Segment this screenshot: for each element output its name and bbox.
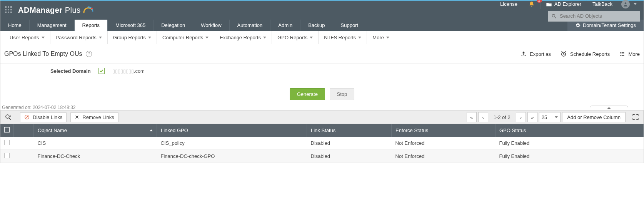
select-all-header[interactable] — [0, 124, 14, 137]
nav-backup[interactable]: Backup — [300, 20, 333, 31]
subnav-exchange-reports[interactable]: Exchange Reports — [214, 31, 272, 44]
subnav-ntfs-reports[interactable]: NTFS Reports — [319, 31, 367, 44]
export-as-button[interactable]: Export as — [521, 51, 551, 57]
domain-tenant-settings[interactable]: Domain/Tenant Settings — [567, 20, 644, 31]
svg-point-0 — [91, 7, 93, 9]
collapse-handle[interactable] — [590, 106, 628, 110]
page-last-button[interactable]: » — [527, 112, 537, 122]
user-menu[interactable] — [618, 0, 640, 9]
ad-explorer-link[interactable]: AD Explorer — [540, 0, 587, 9]
row-checkbox[interactable] — [4, 153, 10, 158]
nav-secondary: User Reports Password Reports Group Repo… — [0, 31, 644, 44]
cell-status: Fully Enabled — [496, 137, 644, 150]
disable-links-button[interactable]: Disable Links — [20, 112, 67, 122]
svg-point-1 — [625, 2, 627, 4]
subnav-gpo-reports[interactable]: GPO Reports — [272, 31, 319, 44]
results-table: Object Name Linked GPO Link Status Enfor… — [0, 124, 644, 163]
avatar-icon — [621, 0, 630, 8]
nav-support[interactable]: Support — [333, 20, 367, 31]
selected-domain-label: Selected Domain — [50, 68, 91, 74]
subnav-more[interactable]: More — [367, 31, 395, 44]
page-next-button[interactable]: › — [516, 112, 526, 122]
folder-icon — [546, 2, 552, 7]
col-enforce-status[interactable]: Enforce Status — [392, 124, 496, 137]
chevron-down-icon — [205, 37, 209, 39]
svg-point-5 — [6, 115, 9, 118]
subnav-password-reports[interactable]: Password Reports — [50, 31, 108, 44]
chevron-down-icon — [386, 37, 389, 39]
search-icon — [5, 114, 12, 121]
chevron-down-icon — [99, 37, 102, 39]
apps-grid-icon[interactable] — [5, 6, 13, 15]
svg-line-10 — [26, 116, 28, 119]
subnav-group-reports[interactable]: Group Reports — [108, 31, 157, 44]
cell-object: Finance-DC-Check — [34, 150, 157, 163]
nav-workflow[interactable]: Workflow — [193, 20, 229, 31]
cell-gpo: Finance-DC-check-GPO — [157, 150, 307, 163]
chevron-down-icon — [358, 37, 361, 39]
nav-primary: Home Management Reports Microsoft 365 De… — [0, 20, 644, 31]
domain-filter-row: Selected Domain ▯▯▯▯▯▯▯▯example.com.com — [0, 64, 644, 81]
chevron-down-icon — [42, 37, 45, 39]
disable-icon — [24, 114, 30, 120]
notification-badge: 2 — [537, 0, 542, 3]
subnav-user-reports[interactable]: User Reports — [0, 31, 50, 44]
chevron-down-icon — [148, 37, 151, 39]
cell-enforce: Not Enforced — [392, 137, 496, 150]
subnav-computer-reports[interactable]: Computer Reports — [157, 31, 214, 44]
export-icon — [521, 51, 527, 57]
help-icon[interactable]: ? — [86, 51, 92, 57]
bell-icon — [529, 1, 535, 7]
search-icon — [551, 13, 557, 19]
branding-bar: ADManager Plus License 2 AD Explorer Tal… — [0, 0, 644, 20]
quick-search-button[interactable] — [3, 112, 13, 122]
page-title: GPOs Linked To Empty OUs — [4, 50, 82, 57]
col-gpo-status[interactable]: GPO Status — [496, 124, 644, 137]
fullscreen-button[interactable] — [630, 112, 641, 122]
table-row[interactable]: Finance-DC-Check Finance-DC-check-GPO Di… — [0, 150, 644, 163]
nav-admin[interactable]: Admin — [270, 20, 300, 31]
notifications-button[interactable]: 2 — [523, 0, 540, 9]
chevron-up-icon — [607, 107, 611, 109]
generate-button[interactable]: Generate — [290, 88, 325, 100]
remove-links-button[interactable]: Remove Links — [70, 112, 118, 122]
row-tools-header — [14, 124, 34, 137]
nav-m365[interactable]: Microsoft 365 — [108, 20, 153, 31]
stop-button[interactable]: Stop — [330, 88, 355, 100]
license-link[interactable]: License — [495, 0, 523, 9]
logo-bold: ADManager — [18, 6, 63, 14]
cell-object: CIS — [34, 137, 157, 150]
grid-toolbar: Disable Links Remove Links « ‹ 1-2 of 2 … — [0, 110, 644, 124]
schedule-reports-button[interactable]: Schedule Reports — [560, 50, 610, 57]
table-row[interactable]: CIS CIS_policy Disabled Not Enforced Ful… — [0, 137, 644, 150]
chevron-down-icon — [310, 37, 313, 39]
page-prev-button[interactable]: ‹ — [478, 112, 488, 122]
list-icon — [619, 51, 625, 57]
title-bar: GPOs Linked To Empty OUs ? Export as Sch… — [0, 44, 644, 64]
nav-home[interactable]: Home — [0, 20, 30, 31]
col-link-status[interactable]: Link Status — [307, 124, 392, 137]
pagination: « ‹ 1-2 of 2 › » 25 Add or Remove Column — [467, 112, 641, 122]
domain-checkbox[interactable] — [98, 68, 105, 74]
col-object-name[interactable]: Object Name — [34, 124, 157, 137]
cell-link: Disabled — [307, 150, 392, 163]
more-button[interactable]: More — [619, 51, 640, 57]
chevron-down-icon — [634, 3, 637, 5]
chevron-down-icon — [263, 37, 266, 39]
page-first-button[interactable]: « — [467, 112, 477, 122]
col-linked-gpo[interactable]: Linked GPO — [157, 124, 307, 137]
row-checkbox[interactable] — [4, 140, 10, 145]
nav-automation[interactable]: Automation — [230, 20, 271, 31]
cell-gpo: CIS_policy — [157, 137, 307, 150]
cell-status: Fully Enabled — [496, 150, 644, 163]
page-size-select[interactable]: 25 — [539, 112, 561, 122]
global-search-input[interactable] — [548, 11, 640, 22]
global-search[interactable] — [548, 11, 640, 22]
talkback-link[interactable]: TalkBack — [587, 0, 618, 9]
nav-management[interactable]: Management — [30, 20, 75, 31]
svg-line-6 — [9, 118, 11, 120]
nav-delegation[interactable]: Delegation — [153, 20, 193, 31]
page-status: 1-2 of 2 — [490, 114, 514, 120]
add-remove-column-button[interactable]: Add or Remove Column — [562, 112, 626, 122]
nav-reports[interactable]: Reports — [75, 20, 108, 31]
